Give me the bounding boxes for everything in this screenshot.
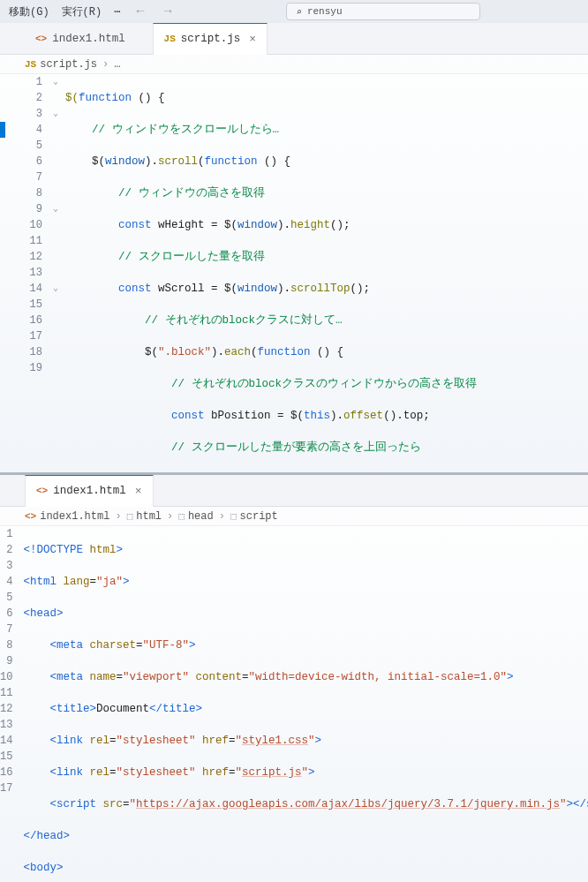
breadcrumb-file[interactable]: script.js (40, 58, 97, 71)
editor-pane-top: 移動(G) 実行(R) ⋯ ← → ⌕ rensyu <> index1.htm… (0, 0, 588, 472)
breadcrumb-file[interactable]: index1.html (40, 510, 109, 523)
menu-run[interactable]: 実行(R) (62, 4, 102, 19)
breadcrumb: JS script.js › … (0, 55, 588, 74)
fold-toggle-icon[interactable]: ⌄ (49, 106, 62, 122)
close-icon[interactable]: × (249, 33, 256, 46)
html-file-icon: <> (35, 34, 47, 44)
tab-label: index1.html (52, 33, 125, 45)
fold-toggle-icon[interactable]: ⌄ (49, 201, 62, 217)
tab-index1-html[interactable]: <> index1.html × (25, 23, 153, 55)
chevron-right-icon: › (101, 58, 110, 71)
js-file-icon: JS (164, 34, 176, 44)
chevron-right-icon: › (113, 510, 123, 523)
breadcrumb: <> index1.html › ⬚ html › ⬚ head › ⬚ scr… (0, 507, 588, 526)
line-numbers: 1 2 3 4 5 6 7 8 9 10 11 12 13 14 15 16 1… (0, 526, 19, 882)
line-numbers: 1 2 3 4 5 6 7 8 9 10 11 12 13 14 15 16 1… (23, 74, 49, 472)
editor-tabs: <> index1.html × JS script.js × (0, 23, 588, 55)
search-input[interactable]: ⌕ rensyu (286, 3, 480, 20)
line-marker (0, 122, 5, 138)
html-file-icon: <> (36, 486, 48, 496)
fold-column: ⌄ ⌄ ⌄ ⌄ (49, 74, 62, 472)
nav-back-icon[interactable]: ← (132, 4, 147, 19)
code-editor[interactable]: 1 2 3 4 5 6 7 8 9 10 11 12 13 14 15 16 1… (0, 74, 588, 472)
close-icon[interactable]: × (135, 485, 142, 498)
fold-toggle-icon[interactable]: ⌄ (49, 74, 62, 90)
menu-overflow[interactable]: ⋯ (114, 5, 120, 19)
menu-move[interactable]: 移動(G) (9, 4, 49, 19)
code-content[interactable]: $(function () { // ウィンドウをスクロールしたら… $(win… (62, 74, 588, 472)
tag-icon: ⬚ (178, 510, 185, 522)
editor-pane-bottom: <> index1.html × <> index1.html › ⬚ html… (0, 472, 588, 882)
search-input-text: rensyu (307, 6, 343, 17)
gutter (0, 74, 23, 472)
html-file-icon: <> (25, 511, 36, 522)
nav-forward-icon[interactable]: → (160, 4, 175, 19)
tag-icon: ⬚ (127, 510, 133, 522)
fold-toggle-icon[interactable]: ⌄ (49, 281, 62, 297)
editor-tabs: <> index1.html × (0, 475, 588, 507)
menu-bar: 移動(G) 実行(R) ⋯ ← → ⌕ rensyu (0, 0, 588, 23)
tab-index1-html[interactable]: <> index1.html × (25, 475, 154, 507)
tag-icon: ⬚ (230, 510, 237, 522)
chevron-right-icon: › (217, 510, 227, 523)
breadcrumb-part[interactable]: script (240, 510, 278, 523)
tab-label: index1.html (53, 485, 126, 497)
tab-script-js[interactable]: JS script.js × (153, 23, 268, 55)
code-content[interactable]: <!DOCTYPE html> <html lang="ja"> <head> … (19, 526, 588, 882)
code-editor[interactable]: 1 2 3 4 5 6 7 8 9 10 11 12 13 14 15 16 1… (0, 526, 588, 882)
js-file-icon: JS (25, 59, 36, 70)
breadcrumb-rest[interactable]: … (114, 58, 120, 71)
tab-label: script.js (181, 33, 241, 45)
search-icon: ⌕ (296, 6, 302, 18)
chevron-right-icon: › (165, 510, 175, 523)
breadcrumb-part[interactable]: html (136, 510, 162, 523)
breadcrumb-part[interactable]: head (188, 510, 214, 523)
